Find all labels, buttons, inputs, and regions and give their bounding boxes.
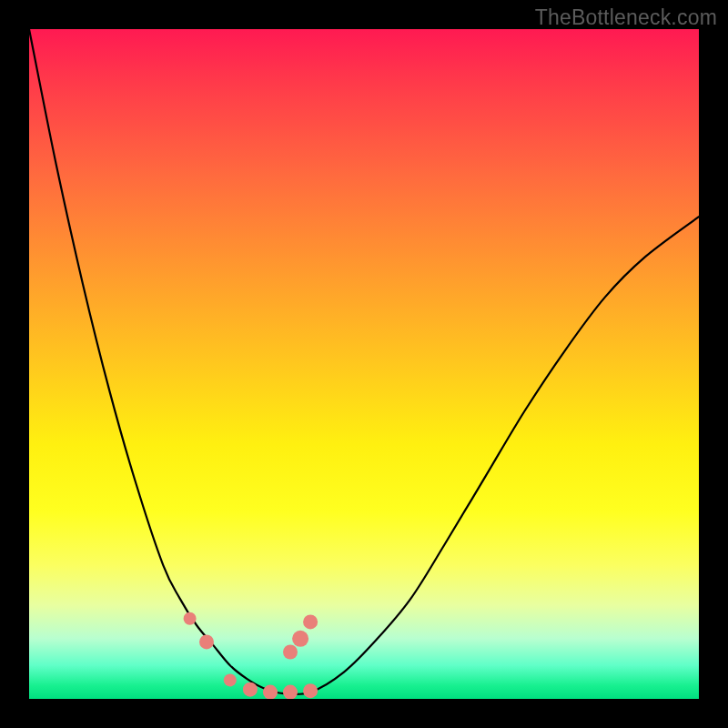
marker-dot	[224, 673, 237, 686]
marker-dot	[184, 612, 197, 625]
curve-layer	[29, 29, 699, 699]
marker-group	[184, 612, 318, 699]
marker-dot	[283, 685, 298, 699]
marker-dot	[199, 634, 214, 649]
marker-dot	[303, 614, 318, 629]
chart-frame: TheBottleneck.com	[0, 0, 728, 728]
bottleneck-curve	[29, 29, 699, 694]
watermark-text: TheBottleneck.com	[535, 5, 717, 30]
marker-dot	[292, 631, 308, 647]
marker-dot	[243, 682, 258, 697]
plot-area	[29, 29, 699, 699]
marker-dot	[303, 683, 318, 698]
marker-dot	[263, 685, 278, 699]
marker-dot	[283, 645, 298, 660]
